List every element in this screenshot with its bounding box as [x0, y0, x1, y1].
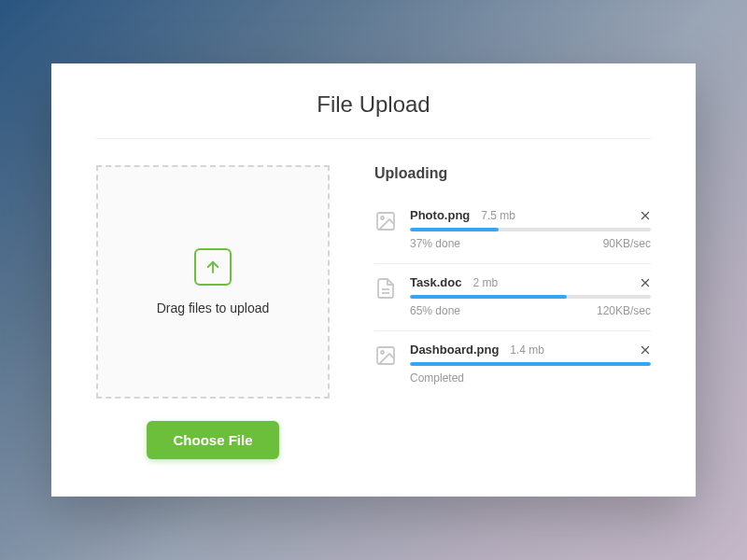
- close-icon: [640, 277, 651, 288]
- uploading-heading: Uploading: [374, 165, 651, 182]
- dropzone[interactable]: Drag files to upload: [96, 165, 330, 399]
- file-name: Task.doc: [410, 275, 461, 289]
- file-status: Completed: [410, 371, 464, 385]
- progress-bar: [410, 295, 567, 299]
- file-speed: 90KB/sec: [603, 237, 651, 250]
- file-body: Photo.png 7.5 mb 37% done 90KB/sec: [410, 208, 651, 250]
- dropzone-text: Drag files to upload: [157, 301, 270, 315]
- upload-card: File Upload Drag files to upload Choose …: [51, 63, 696, 497]
- choose-file-button[interactable]: Choose File: [147, 421, 278, 459]
- file-status: 37% done: [410, 237, 460, 250]
- page-title: File Upload: [96, 91, 651, 139]
- svg-point-10: [381, 351, 384, 354]
- progress-track: [410, 362, 651, 366]
- close-icon: [640, 210, 651, 221]
- file-row: Dashboard.png 1.4 mb Completed: [374, 331, 651, 398]
- file-name: Photo.png: [410, 208, 470, 222]
- file-body: Dashboard.png 1.4 mb Completed: [410, 343, 651, 385]
- image-icon: [374, 210, 397, 232]
- progress-track: [410, 295, 651, 299]
- progress-bar: [410, 362, 651, 366]
- progress-bar: [410, 228, 499, 231]
- file-row: Photo.png 7.5 mb 37% done 90KB/sec: [374, 197, 651, 264]
- file-size: 1.4 mb: [510, 343, 544, 357]
- file-size: 2 mb: [472, 276, 498, 289]
- file-name: Dashboard.png: [410, 343, 499, 357]
- upload-icon: [194, 248, 232, 286]
- close-icon: [640, 344, 651, 356]
- left-column: Drag files to upload Choose File: [96, 165, 330, 459]
- image-icon: [374, 344, 397, 367]
- svg-point-2: [381, 217, 384, 219]
- document-icon: [374, 277, 397, 300]
- remove-file-button[interactable]: [640, 210, 651, 221]
- remove-file-button[interactable]: [640, 277, 651, 288]
- content-area: Drag files to upload Choose File Uploadi…: [96, 165, 651, 459]
- progress-track: [410, 228, 651, 231]
- file-body: Task.doc 2 mb 65% done 120KB/sec: [410, 275, 651, 317]
- file-size: 7.5 mb: [481, 209, 515, 222]
- file-status: 65% done: [410, 304, 460, 317]
- file-row: Task.doc 2 mb 65% done 120KB/sec: [374, 264, 651, 331]
- file-speed: 120KB/sec: [597, 304, 651, 317]
- remove-file-button[interactable]: [640, 344, 651, 356]
- upload-list: Uploading Photo.png 7.5 mb: [374, 165, 651, 459]
